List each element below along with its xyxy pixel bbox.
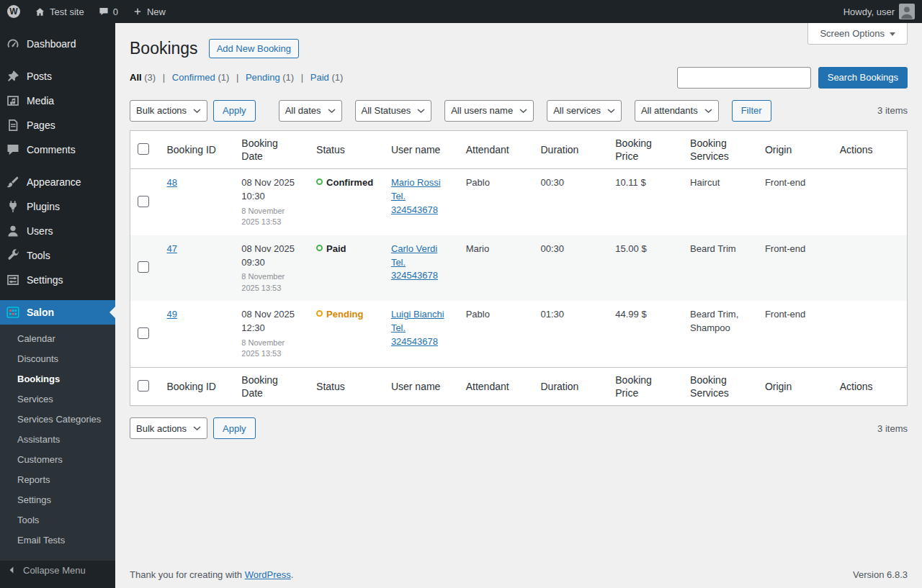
status-label: Paid — [326, 243, 346, 256]
collapse-menu-label: Collapse Menu — [23, 565, 86, 576]
bookings-table: Booking ID Booking Date Status User name… — [130, 130, 908, 406]
booking-date: 08 Nov 2025 10:30 — [241, 176, 302, 204]
all-attendants-label: All attendants — [641, 105, 698, 116]
sidebar-item-pages[interactable]: Pages — [0, 113, 115, 137]
wordpress-logo-menu[interactable]: W — [0, 0, 27, 23]
user-name-link[interactable]: Carlo Verdi Tel. 324543678 — [391, 243, 438, 281]
salon-calendar-icon — [6, 305, 20, 320]
sidebar-item-plugins[interactable]: Plugins — [0, 194, 115, 219]
sidebar-item-salon[interactable]: Salon — [0, 300, 115, 325]
comments-shortcut[interactable]: 0 — [91, 0, 125, 23]
user-name-link[interactable]: Luigi Bianchi Tel. 324543678 — [391, 309, 444, 347]
all-services-select[interactable]: All services — [547, 100, 622, 122]
screen-options-toggle[interactable]: Screen Options — [807, 23, 908, 45]
booking-id-link[interactable]: 49 — [167, 309, 177, 320]
submenu-item-assistants[interactable]: Assistants — [0, 430, 115, 450]
view-all-link[interactable]: All — [130, 72, 142, 83]
plus-icon — [133, 6, 143, 17]
sidebar-item-comments[interactable]: Comments — [0, 137, 115, 162]
chevron-down-icon — [704, 109, 712, 114]
column-header-duration: Duration — [533, 130, 608, 168]
new-content-menu[interactable]: New — [125, 0, 173, 23]
column-header-booking-services: Booking Services — [683, 130, 758, 168]
view-pending-link[interactable]: Pending — [246, 72, 280, 83]
table-row: 48 08 Nov 2025 10:30 8 November 2025 13:… — [130, 169, 908, 235]
view-paid-link[interactable]: Paid — [310, 72, 329, 83]
add-new-booking-button[interactable]: Add New Booking — [209, 39, 299, 58]
price-cell: 10.11 $ — [608, 169, 683, 235]
status-circle-icon — [316, 178, 323, 185]
sidebar-item-tools[interactable]: Tools — [0, 243, 115, 268]
all-dates-select[interactable]: All dates — [279, 100, 342, 122]
avatar — [899, 4, 915, 19]
submenu-item-services-categories[interactable]: Services Categories — [0, 410, 115, 430]
sidebar-item-appearance[interactable]: Appearance — [0, 170, 115, 194]
submenu-item-customers[interactable]: Customers — [0, 450, 115, 470]
booking-created-date: 8 November 2025 13:53 — [241, 338, 302, 360]
all-attendants-select[interactable]: All attendants — [635, 100, 719, 122]
sidebar-item-label: Posts — [27, 71, 52, 82]
filter-button[interactable]: Filter — [732, 100, 771, 122]
wordpress-link[interactable]: WordPress — [245, 569, 291, 580]
all-statuses-select[interactable]: All Statuses — [355, 100, 432, 122]
apply-button-bottom[interactable]: Apply — [213, 417, 256, 439]
sidebar-item-posts[interactable]: Posts — [0, 64, 115, 89]
screen-options-label: Screen Options — [820, 28, 885, 39]
row-checkbox[interactable] — [138, 327, 149, 339]
column-footer-booking-services: Booking Services — [683, 367, 758, 405]
chevron-down-icon — [890, 32, 895, 39]
search-input[interactable] — [677, 67, 811, 89]
submenu-item-settings[interactable]: Settings — [0, 490, 115, 510]
admin-sidebar: Dashboard Posts Media Pages Comments App… — [0, 23, 115, 588]
collapse-menu-button[interactable]: Collapse Menu — [0, 558, 115, 582]
all-dates-label: All dates — [285, 105, 321, 116]
dashboard-icon — [6, 37, 20, 51]
actions-cell — [833, 235, 908, 301]
user-name-link[interactable]: Mario Rossi Tel. 324543678 — [391, 177, 441, 215]
wrench-icon — [6, 248, 20, 263]
chevron-down-icon — [417, 109, 425, 114]
bulk-actions-select-bottom[interactable]: Bulk actions — [130, 417, 207, 439]
submenu-item-discounts[interactable]: Discounts — [0, 349, 115, 369]
footer-thanks: Thank you for creating with WordPress. — [130, 569, 293, 580]
apply-button[interactable]: Apply — [213, 100, 256, 122]
sidebar-item-media[interactable]: Media — [0, 89, 115, 113]
my-account-menu[interactable]: Howdy, user — [836, 0, 922, 23]
view-separator: | — [301, 72, 303, 83]
brush-icon — [6, 175, 20, 189]
view-confirmed-link[interactable]: Confirmed — [172, 72, 215, 83]
sidebar-item-settings[interactable]: Settings — [0, 268, 115, 292]
sidebar-item-users[interactable]: Users — [0, 219, 115, 243]
submenu-item-reports[interactable]: Reports — [0, 470, 115, 490]
submenu-item-bookings[interactable]: Bookings — [0, 369, 115, 389]
origin-cell: Front-end — [758, 169, 833, 235]
collapse-arrow-icon — [6, 564, 17, 576]
menu-separator — [0, 162, 115, 170]
column-footer-actions: Actions — [833, 367, 908, 405]
select-all-checkbox[interactable] — [138, 380, 149, 392]
table-footer-row: Booking ID Booking Date Status User name… — [130, 367, 908, 405]
bulk-actions-select[interactable]: Bulk actions — [130, 100, 207, 122]
submenu-item-services[interactable]: Services — [0, 389, 115, 410]
booking-id-link[interactable]: 47 — [167, 243, 177, 254]
user-icon — [6, 224, 20, 238]
submenu-item-tools[interactable]: Tools — [0, 510, 115, 530]
submenu-item-calendar[interactable]: Calendar — [0, 329, 115, 349]
select-all-checkbox[interactable] — [138, 143, 149, 155]
site-name-link[interactable]: Test site — [27, 0, 91, 23]
status-label: Pending — [326, 308, 363, 322]
booking-created-date: 8 November 2025 13:53 — [241, 271, 302, 294]
sidebar-item-label: Tools — [27, 250, 50, 261]
row-checkbox[interactable] — [138, 196, 149, 207]
all-users-select[interactable]: All users name — [444, 100, 534, 122]
all-users-label: All users name — [451, 105, 513, 116]
wordpress-logo-icon: W — [7, 5, 20, 18]
sidebar-item-dashboard[interactable]: Dashboard — [0, 32, 115, 56]
booking-id-link[interactable]: 48 — [167, 177, 177, 188]
submenu-item-email-tests[interactable]: Email Tests — [0, 530, 115, 551]
search-bookings-button[interactable]: Search Bookings — [818, 67, 908, 89]
booking-created-date: 8 November 2025 13:53 — [241, 206, 302, 228]
row-checkbox[interactable] — [138, 261, 149, 273]
actions-cell — [833, 169, 908, 235]
sidebar-item-label: Settings — [27, 274, 63, 286]
